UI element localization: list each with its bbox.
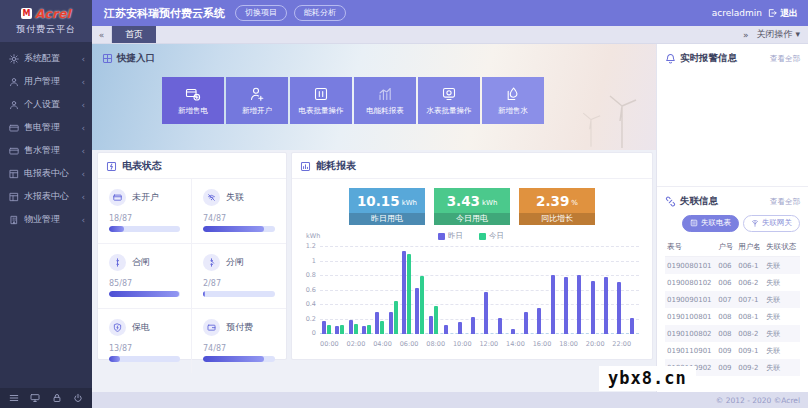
sidebar-item-label: 用户管理 xyxy=(24,75,60,88)
stat-label: 昨日用电 xyxy=(349,213,425,225)
energy-report-title: 能耗报表 xyxy=(316,159,356,173)
monitor-icon[interactable] xyxy=(30,393,40,403)
report-icon xyxy=(9,192,19,202)
table-row[interactable]: 0190100802008008-2失联 xyxy=(665,325,800,342)
bar-昨日 xyxy=(551,275,555,334)
sidebar-item-电报表中心[interactable]: 电报表中心‹ xyxy=(0,162,92,185)
sidebar-item-系统配置[interactable]: 系统配置‹ xyxy=(0,47,92,70)
table-cell: 0190090101 xyxy=(665,291,716,308)
filter-button-失联网关[interactable]: 失联网关 xyxy=(743,215,800,232)
sidebar-item-物业管理[interactable]: 物业管理‹ xyxy=(0,208,92,231)
card-icon xyxy=(9,146,19,156)
bar-今日 xyxy=(434,306,438,334)
chart-bar-group-00:00 xyxy=(320,247,333,334)
table-row[interactable]: 0190080101006006-1失联 xyxy=(665,257,800,275)
status-value: 2/87 xyxy=(203,279,275,288)
chart-bar-group-06:00 xyxy=(400,247,413,334)
sidebar-item-label: 物业管理 xyxy=(24,213,60,226)
table-row[interactable]: 0190100801008008-1失联 xyxy=(665,308,800,325)
tabs-scroll-left-icon[interactable]: « xyxy=(92,26,112,43)
bar-昨日 xyxy=(484,292,488,334)
table-cell: 009-1 xyxy=(736,342,764,359)
energy-stat-cards: 10.15kWh昨日用电3.43kWh今日用电2.39%同比增长 xyxy=(292,188,652,225)
bar-今日 xyxy=(340,325,344,334)
sidebar-item-个人设置[interactable]: 个人设置‹ xyxy=(0,93,92,116)
logout-button[interactable]: 退出 xyxy=(767,7,798,20)
table-header-表号: 表号 xyxy=(665,238,716,257)
legend-item-今日[interactable]: 今日 xyxy=(479,231,504,241)
bar-今日 xyxy=(367,325,371,334)
bar-昨日 xyxy=(630,318,634,334)
chart-y-tick: 1 xyxy=(298,257,316,265)
tabs-scroll-right-icon[interactable]: » xyxy=(743,30,749,40)
filter-button-失联电表[interactable]: 失联电表 xyxy=(682,215,739,232)
chevron-collapse-icon: ‹ xyxy=(81,146,85,156)
sidebar-item-水报表中心[interactable]: 水报表中心‹ xyxy=(0,185,92,208)
sidebar-item-售水管理[interactable]: 售水管理‹ xyxy=(0,139,92,162)
menu-icon[interactable] xyxy=(9,393,19,403)
lock-icon[interactable] xyxy=(52,393,62,403)
sidebar-menu: 系统配置‹用户管理‹个人设置‹售电管理‹售水管理‹电报表中心‹水报表中心‹物业管… xyxy=(0,42,92,388)
chart-bar-group-03:00 xyxy=(360,247,373,334)
gateway-icon xyxy=(751,219,759,227)
bar-昨日 xyxy=(498,318,502,334)
status-value: 85/87 xyxy=(109,279,180,288)
stat-value: 10.15 xyxy=(357,193,400,209)
status-value: 13/87 xyxy=(109,344,180,353)
top-header: 江苏安科瑞预付费云系统 切换项目 能耗分析 acreladmin 退出 xyxy=(92,0,808,26)
alarms-view-all-link[interactable]: 查看全部 xyxy=(770,54,800,64)
energy-analysis-button[interactable]: 能耗分析 xyxy=(294,5,346,21)
chart-bar-group-19:00 xyxy=(573,247,586,334)
chart-bar-group-10:00 xyxy=(453,247,466,334)
offline-view-all-link[interactable]: 查看全部 xyxy=(770,197,800,207)
status-progress-bar xyxy=(109,356,180,362)
legend-item-昨日[interactable]: 昨日 xyxy=(438,231,463,241)
dashboard-panels: 电表状态 未开户18/87失联74/87合闸85/87分闸2/87保电13/87… xyxy=(97,152,653,392)
bar-昨日 xyxy=(444,325,448,334)
table-header-户号: 户号 xyxy=(716,238,736,257)
bar-昨日 xyxy=(537,308,541,334)
stat-unit: kWh xyxy=(402,199,417,207)
table-cell: 009 xyxy=(716,359,736,376)
table-cell: 006 xyxy=(716,274,736,291)
quick-button-电能耗报表[interactable]: 电能耗报表 xyxy=(354,77,416,124)
meter-status-panel: 电表状态 未开户18/87失联74/87合闸85/87分闸2/87保电13/87… xyxy=(97,152,287,360)
chart-bar-group-23:00 xyxy=(626,247,639,334)
power-icon[interactable] xyxy=(73,393,83,403)
table-cell: 失联 xyxy=(764,291,800,308)
chart-bar-group-18:00 xyxy=(559,247,572,334)
chart-x-tick: 14:00 xyxy=(506,340,533,348)
table-row[interactable]: 0190080102006006-2失联 xyxy=(665,274,800,291)
quick-button-新增开户[interactable]: 新增开户 xyxy=(226,77,288,124)
bar-昨日 xyxy=(617,282,621,334)
energy-report-panel: 能耗报表 10.15kWh昨日用电3.43kWh今日用电2.39%同比增长 kW… xyxy=(291,152,653,360)
close-operations-dropdown[interactable]: 关闭操作 ▾ xyxy=(757,28,800,41)
tab-home[interactable]: 首页 xyxy=(112,26,156,43)
copyright-label: © 2012 - 2020 ©Acrel xyxy=(716,396,800,405)
stat-label: 同比增长 xyxy=(519,213,595,225)
table-row[interactable]: 0190090101007007-1失联 xyxy=(665,291,800,308)
sidebar-item-用户管理[interactable]: 用户管理‹ xyxy=(0,70,92,93)
sidebar-item-售电管理[interactable]: 售电管理‹ xyxy=(0,116,92,139)
quick-button-电表批量操作[interactable]: 电表批量操作 xyxy=(290,77,352,124)
offline-meters-table: 表号户号用户名失联状态 0190080101006006-1失联01900801… xyxy=(665,238,800,376)
bar-昨日 xyxy=(402,251,406,334)
chart-x-tick: 20:00 xyxy=(586,340,613,348)
quick-button-label: 新增开户 xyxy=(242,106,272,116)
quick-button-新增售水[interactable]: 新增售水 xyxy=(482,77,544,124)
chart-x-tick: 08:00 xyxy=(426,340,453,348)
switch-project-button[interactable]: 切换项目 xyxy=(235,5,287,21)
app-title: 江苏安科瑞预付费云系统 xyxy=(104,6,225,21)
realtime-alarms-title: 实时报警信息 xyxy=(680,52,737,65)
table-cell: 失联 xyxy=(764,274,800,291)
table-row[interactable]: 0190110901009009-1失联 xyxy=(665,342,800,359)
quick-button-新增售电[interactable]: 新增售电 xyxy=(162,77,224,124)
status-progress-bar xyxy=(109,291,180,297)
content-area: 快捷入口 新增售电新增开户电表批量操作电能耗报表水表批量操作新增售水 电 xyxy=(92,44,656,392)
chevron-collapse-icon: ‹ xyxy=(81,123,85,133)
bar-昨日 xyxy=(458,322,462,334)
meter-status-card-保电: 保电13/87 xyxy=(98,309,192,373)
chart-bar-group-05:00 xyxy=(386,247,399,334)
quick-button-水表批量操作[interactable]: 水表批量操作 xyxy=(418,77,480,124)
add-user-icon xyxy=(249,86,265,102)
